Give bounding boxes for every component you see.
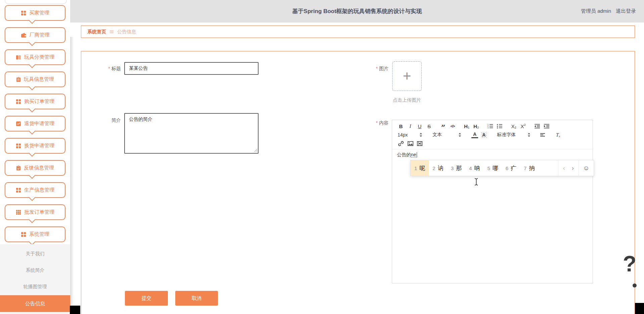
ime-candidate-bar: 1呢2讷3那4呐5哪6疒7抐 ‹ › ☺ [410, 160, 594, 176]
toolbar-row-3 [398, 139, 587, 148]
page-title: 基于Spring Boot框架的玩具销售系统的设计与实现 [70, 0, 644, 22]
ime-candidate-6[interactable]: 6疒 [502, 160, 520, 176]
ime-next-page-button[interactable]: › [568, 164, 577, 172]
insert-image-button[interactable] [407, 140, 414, 147]
breadcrumb-home[interactable]: 系统首页 [87, 29, 106, 35]
sidebar-shadow [70, 37, 74, 305]
sidebar-item-label: 购买订单管理 [24, 98, 54, 105]
font-size-select[interactable]: 14px [398, 131, 422, 139]
upload-hint: 点击上传图片 [387, 97, 427, 103]
sidebar-item-2[interactable]: 厂商管理 [5, 27, 65, 43]
clipboard-icon [16, 77, 21, 82]
grid-icon [21, 232, 26, 237]
submit-button[interactable]: 提交 [125, 291, 168, 306]
sidebar-item-label: 买家管理 [29, 10, 49, 16]
sidebar-item-label: 退货申请管理 [24, 120, 54, 127]
grid-icon [21, 10, 26, 16]
ime-candidate-2[interactable]: 2讷 [429, 160, 447, 176]
code-button[interactable]: </> [449, 122, 456, 130]
sidebar-item-4[interactable]: 玩具信息管理 [5, 71, 65, 87]
ime-prev-page-button[interactable]: ‹ [560, 164, 568, 172]
sidebar-item-1[interactable]: 买家管理 [5, 5, 65, 21]
ime-emoji-button[interactable]: ☺ [579, 160, 594, 176]
ime-candidate-7[interactable]: 7抐 [520, 160, 538, 176]
image-upload-dropzone[interactable]: + [392, 61, 422, 91]
plus-icon: + [403, 69, 411, 83]
font-family-select[interactable]: 标准字体 [497, 131, 531, 139]
sidebar-item-10[interactable]: 批发订单管理 [5, 204, 65, 220]
sidebar-item-8[interactable]: 反馈信息管理 [5, 160, 65, 176]
intro-field-label: 简介 [81, 117, 121, 123]
sidebar-item-partial [5, 0, 67, 4]
underline-button[interactable]: U [416, 122, 423, 130]
insert-video-button[interactable] [416, 140, 423, 147]
content-field-label: *内容 [348, 120, 388, 126]
toolbar-row-2: 14px 文本 A A 标准字体 [398, 130, 587, 139]
sidebar-item-3[interactable]: 玩具分类管理 [5, 49, 65, 65]
sidebar-item-label: 批发订单管理 [24, 209, 54, 215]
breadcrumb: 系统首页 公告信息 [81, 25, 635, 38]
candidate-number: 6 [506, 165, 508, 171]
submenu-item-2[interactable]: 系统简介 [0, 262, 70, 278]
candidate-character: 疒 [511, 164, 516, 172]
align-icon [540, 133, 545, 137]
required-mark: * [108, 66, 110, 71]
indent-button[interactable] [543, 122, 550, 130]
bold-button[interactable]: B [398, 122, 404, 130]
sidebar-item-label: 换货申请管理 [24, 143, 54, 149]
heading1-button[interactable]: H1 [463, 122, 470, 130]
insert-link-button[interactable] [398, 140, 404, 147]
required-mark: * [376, 66, 378, 71]
rich-text-editor: B I U S ” </> H1 H2 123 [392, 120, 593, 283]
outdent-icon [534, 124, 540, 128]
submenu-item-1[interactable]: 关于我们 [0, 246, 70, 262]
breadcrumb-current: 公告信息 [117, 29, 136, 35]
submenu-item-4[interactable]: 公告信息 [0, 295, 70, 312]
unordered-list-button[interactable] [496, 122, 503, 130]
ime-composition-text: ne [411, 152, 416, 158]
cancel-button[interactable]: 取消 [175, 291, 218, 306]
editor-toolbar: B I U S ” </> H1 H2 123 [392, 120, 593, 149]
candidate-number: 7 [524, 165, 526, 171]
sidebar-item-7[interactable]: 换货申请管理 [5, 138, 65, 154]
candidate-number: 1 [414, 165, 417, 171]
sidebar-item-9[interactable]: 生产信息管理 [5, 182, 65, 198]
ime-candidate-3[interactable]: 3那 [447, 160, 465, 176]
subscript-button[interactable]: X2 [510, 122, 517, 130]
superscript-button[interactable]: X2 [520, 122, 526, 130]
outdent-button[interactable] [534, 122, 541, 130]
submenu-item-3[interactable]: 轮播图管理 [0, 279, 70, 295]
clear-format-button[interactable]: Tx [555, 131, 561, 139]
help-widget-question-mark[interactable]: ? [623, 251, 636, 276]
sidebar-item-11[interactable]: 系统管理 [5, 226, 65, 242]
ime-candidates: 1呢2讷3那4呐5哪6疒7抐 [411, 160, 558, 176]
background-color-button[interactable]: A [481, 132, 487, 138]
title-input[interactable] [124, 62, 259, 75]
sidebar-item-label: 生产信息管理 [24, 187, 54, 193]
candidate-number: 3 [451, 165, 454, 171]
sidebar-item-6[interactable]: 退货申请管理 [5, 116, 65, 132]
wallet-icon [21, 33, 27, 38]
logout-link[interactable]: 退出登录 [616, 8, 636, 14]
intro-textarea[interactable]: 公告的简介 [124, 113, 259, 154]
paragraph-format-select[interactable]: 文本 [432, 131, 461, 139]
alignment-button[interactable] [539, 131, 546, 139]
candidate-number: 2 [432, 165, 435, 171]
ime-candidate-1[interactable]: 1呢 [411, 160, 429, 176]
sidebar-item-label: 反馈信息管理 [24, 165, 54, 171]
intro-textarea-wrap: 公告的简介 [124, 113, 259, 154]
ime-candidate-4[interactable]: 4呐 [465, 160, 484, 176]
font-color-button[interactable]: A [471, 132, 478, 138]
ime-candidate-5[interactable]: 5哪 [484, 160, 502, 176]
italic-button[interactable]: I [407, 122, 414, 130]
sidebar-item-label: 玩具信息管理 [24, 76, 54, 83]
editor-typed-text: 公告的 [397, 152, 411, 157]
blockquote-button[interactable]: ” [440, 121, 447, 131]
heading2-button[interactable]: H2 [473, 122, 479, 130]
candidate-character: 呐 [474, 164, 480, 172]
strikethrough-button[interactable]: S [426, 122, 432, 130]
sidebar-item-5[interactable]: 购买订单管理 [5, 94, 65, 109]
candidate-character: 哪 [493, 164, 498, 172]
announcement-edit-page: 基于Spring Boot框架的玩具销售系统的设计与实现 管理员 admin 退… [0, 0, 644, 314]
ordered-list-button[interactable]: 123 [487, 122, 494, 130]
